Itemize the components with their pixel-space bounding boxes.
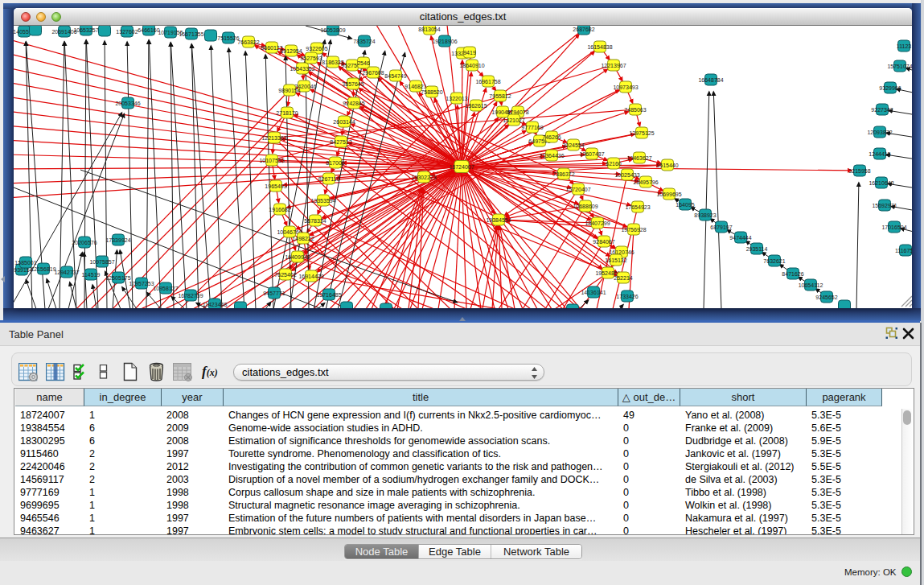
- svg-text:1965493: 1965493: [265, 183, 286, 189]
- svg-text:18407299: 18407299: [585, 220, 610, 226]
- svg-text:12942737: 12942737: [54, 270, 79, 275]
- svg-text:10653257: 10653257: [73, 27, 98, 33]
- svg-text:2687682: 2687682: [573, 27, 594, 32]
- svg-text:9419: 9419: [463, 50, 476, 56]
- svg-text:17339924: 17339924: [105, 237, 130, 243]
- svg-text:28495796: 28495796: [633, 179, 658, 185]
- svg-text:1585001: 1585001: [14, 260, 36, 266]
- svg-text:12975125: 12975125: [629, 130, 654, 136]
- svg-text:1244415: 1244415: [869, 151, 890, 157]
- svg-text:7663822: 7663822: [237, 39, 259, 45]
- svg-text:1116753: 1116753: [895, 248, 912, 253]
- svg-text:12505175: 12505175: [105, 275, 130, 281]
- svg-text:13716485: 13716485: [316, 292, 341, 298]
- svg-text:13353594: 13353594: [310, 198, 335, 204]
- svg-text:16053809: 16053809: [320, 27, 345, 33]
- svg-text:6466160: 6466160: [138, 27, 159, 33]
- svg-text:9890154: 9890154: [278, 88, 300, 93]
- svg-text:10975857: 10975857: [89, 259, 114, 265]
- svg-text:9457771: 9457771: [263, 290, 285, 296]
- svg-text:2546: 2546: [357, 60, 370, 66]
- svg-text:10025433: 10025433: [614, 172, 639, 178]
- svg-text:746266: 746266: [542, 134, 561, 140]
- svg-text:5878334: 5878334: [304, 218, 326, 224]
- svg-text:11123: 11123: [897, 43, 912, 49]
- svg-text:20206576: 20206576: [72, 240, 97, 245]
- svg-text:9777169: 9777169: [521, 125, 543, 130]
- svg-text:20053346: 20053346: [115, 101, 140, 106]
- svg-text:9527593: 9527593: [300, 56, 322, 61]
- svg-text:2967608: 2967608: [362, 70, 384, 76]
- svg-text:16648784: 16648784: [698, 77, 723, 83]
- svg-text:8813054: 8813054: [418, 27, 440, 32]
- svg-text:8471626: 8471626: [782, 271, 803, 277]
- svg-text:10107553: 10107553: [259, 158, 284, 163]
- svg-text:18640910: 18640910: [459, 63, 484, 68]
- svg-text:15720407: 15720407: [565, 187, 590, 192]
- svg-text:16409948: 16409948: [285, 254, 310, 260]
- svg-text:9322605: 9322605: [306, 46, 327, 51]
- svg-text:19463627: 19463627: [626, 155, 651, 161]
- svg-text:2935114: 2935114: [746, 246, 768, 252]
- svg-text:9515440: 9515440: [656, 163, 678, 168]
- svg-text:8938923: 8938923: [694, 212, 716, 218]
- svg-text:16154838: 16154838: [587, 44, 612, 50]
- svg-text:19218906: 19218906: [432, 39, 457, 44]
- svg-text:7955812: 7955812: [489, 93, 511, 99]
- svg-text:17957253: 17957253: [129, 281, 154, 286]
- svg-text:16210643: 16210643: [869, 180, 893, 186]
- svg-text:7485063: 7485063: [624, 107, 646, 113]
- svg-text:7632621: 7632621: [763, 258, 785, 264]
- svg-text:10607487: 10607487: [579, 151, 604, 157]
- svg-text:15751074: 15751074: [887, 64, 912, 69]
- svg-text:18724007: 18724007: [449, 164, 474, 170]
- svg-text:7835724: 7835724: [353, 39, 375, 44]
- svg-text:10688609: 10688609: [573, 204, 598, 209]
- svg-text:2718170: 2718170: [276, 110, 298, 116]
- svg-text:16671355: 16671355: [179, 31, 203, 37]
- svg-text:21364436: 21364436: [539, 153, 564, 159]
- svg-text:12156819: 12156819: [31, 266, 55, 272]
- svg-text:9146821: 9146821: [405, 84, 426, 89]
- svg-text:6879197: 6879197: [710, 225, 732, 230]
- svg-text:1327602: 1327602: [116, 29, 138, 35]
- svg-text:16961758: 16961758: [475, 79, 500, 84]
- svg-text:5794078: 5794078: [507, 109, 528, 115]
- svg-text:10543362: 10543362: [290, 66, 314, 72]
- svg-text:17016504: 17016504: [881, 225, 906, 230]
- svg-text:8267110: 8267110: [318, 176, 340, 182]
- svg-text:10654112: 10654112: [799, 282, 823, 288]
- svg-text:9474444: 9474444: [729, 235, 751, 241]
- svg-text:8454749: 8454749: [384, 73, 406, 79]
- svg-text:1421027: 1421027: [503, 117, 524, 123]
- svg-text:1916682: 1916682: [269, 207, 290, 212]
- svg-text:11423448: 11423448: [203, 302, 228, 307]
- svg-text:3024554: 3024554: [562, 142, 584, 148]
- svg-text:19384554: 19384554: [486, 217, 511, 223]
- svg-text:12093872: 12093872: [867, 130, 892, 135]
- svg-text:1733426: 1733426: [616, 294, 638, 299]
- svg-text:3857645: 3857645: [342, 81, 363, 87]
- svg-text:1498222: 1498222: [292, 236, 314, 241]
- svg-text:9245652: 9245652: [815, 295, 837, 300]
- svg-text:12213363: 12213363: [261, 135, 286, 141]
- svg-text:252214: 252214: [614, 275, 632, 281]
- svg-text:114519: 114519: [82, 272, 101, 278]
- svg-text:10699695: 10699695: [656, 192, 681, 197]
- svg-text:164095: 164095: [676, 202, 694, 208]
- svg-text:16782759: 16782759: [178, 293, 203, 299]
- svg-text:9284067: 9284067: [593, 239, 614, 245]
- svg-text:8912954: 8912954: [280, 48, 302, 54]
- svg-text:9242845: 9242845: [343, 101, 364, 106]
- svg-text:9329966: 9329966: [879, 85, 901, 91]
- svg-text:16120746: 16120746: [609, 249, 634, 255]
- svg-text:7515526: 7515526: [217, 35, 239, 41]
- svg-text:19756928: 19756928: [621, 227, 646, 233]
- svg-text:1362615: 1362615: [465, 103, 487, 109]
- svg-text:7588520: 7588520: [421, 89, 442, 95]
- svg-text:15692971: 15692971: [872, 203, 897, 208]
- svg-text:17654923: 17654923: [625, 204, 650, 210]
- svg-text:10958127: 10958127: [153, 286, 178, 291]
- svg-text:7386372: 7386372: [552, 171, 574, 177]
- svg-text:817006: 817006: [326, 160, 344, 166]
